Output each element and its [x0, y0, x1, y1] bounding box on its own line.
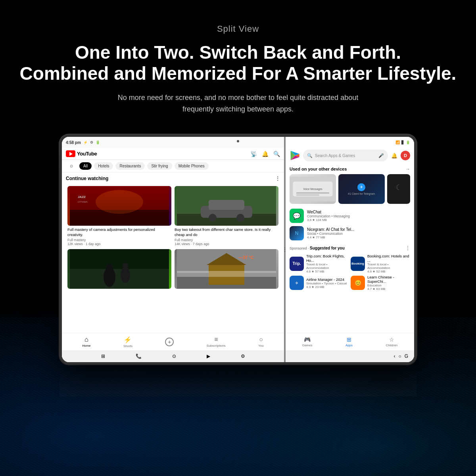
system-dock-left: ⊞ 📞 ⊙ ▶ ⚙ — [62, 350, 284, 362]
children-icon: ☆ — [389, 336, 394, 343]
ps-nav-apps[interactable]: ⊞ Apps — [345, 336, 353, 347]
jazz-thumbnail: JAZZ OTTAWA — [67, 186, 171, 226]
search-icon-ps: 🔍 — [307, 153, 313, 158]
svg-point-15 — [106, 264, 113, 270]
ps-nav-games[interactable]: 🎮 Games — [302, 336, 313, 347]
svg-rect-8 — [209, 200, 244, 210]
youtube-header: YouTube 📡 🔔 🔍 — [62, 148, 284, 160]
youtube-dock-icon[interactable]: ▶ — [207, 353, 210, 359]
yt-nav-shorts[interactable]: ⚡ Shorts — [123, 336, 132, 348]
microphone-icon[interactable]: 🎤 — [378, 153, 384, 158]
phone-icon[interactable]: 📞 — [136, 353, 142, 359]
notification-icon[interactable]: 🔔 — [391, 153, 397, 159]
telegram-banner[interactable]: ✈ #1 Client for Telegram — [338, 174, 385, 204]
google-icon[interactable]: G — [405, 353, 408, 359]
nicegram-icon: N — [290, 226, 304, 240]
extra-banner[interactable]: ☾ — [387, 174, 410, 204]
wechat-app-item[interactable]: 💬 WeChat Communication • Messaging 3.8 ★… — [290, 207, 410, 225]
nicegram-app-item[interactable]: N Nicegram: AI Chat for Tel... Social • … — [290, 225, 410, 242]
nicegram-category: Social • Communication — [307, 232, 410, 236]
yt-nav-subscriptions[interactable]: ≡ Subscriptions — [207, 336, 226, 347]
home-icon: ⌂ — [84, 336, 88, 343]
chinese-app-item[interactable]: 😊 Learn Chinese - SuperChi... Education … — [351, 275, 410, 291]
wifi-icon: 📶 — [395, 140, 400, 144]
header-section: Split View One Into Two. Switch Back and… — [0, 0, 476, 115]
search-icon[interactable]: 🔍 — [273, 151, 280, 157]
video-item-3[interactable] — [66, 248, 173, 292]
settings-icon-small: ⚙ — [90, 140, 93, 144]
nicegram-name: Nicegram: AI Chat for Tel... — [307, 227, 410, 232]
svg-rect-21 — [177, 271, 276, 277]
ps-nav-apps-label: Apps — [345, 344, 353, 347]
video-item-4[interactable]: —37 °C — [173, 248, 280, 292]
chinese-icon: 😊 — [351, 276, 365, 290]
video-thumbnail-2 — [175, 186, 278, 226]
chip-mobile-phones[interactable]: Mobile Phones — [175, 162, 209, 170]
notification-bell-icon[interactable]: 🔔 — [262, 151, 269, 157]
svg-point-14 — [121, 267, 130, 283]
back-icon[interactable]: ‹ — [393, 353, 395, 359]
yt-nav-you[interactable]: ○ You — [258, 336, 264, 347]
yt-nav-create[interactable]: + — [165, 338, 174, 346]
booking-app-item[interactable]: Booking Booking.com: Hotels and ... Trav… — [351, 254, 410, 273]
games-icon: 🎮 — [304, 336, 311, 343]
volume-up-button[interactable] — [416, 196, 416, 210]
ps-nav-children[interactable]: ☆ Children — [386, 336, 398, 347]
continue-watching-label: Continue watching — [66, 176, 108, 181]
video-views-2: 14K views · 7 days ago — [175, 242, 278, 246]
svg-text:OTTAWA: OTTAWA — [78, 201, 88, 203]
wechat-name: WeChat — [307, 210, 410, 214]
booking-rating: 4.6 ★ 52 MB — [367, 270, 410, 273]
bluetooth-icon: ⚡ — [83, 140, 88, 144]
chrome-icon[interactable]: ⊙ — [172, 353, 176, 359]
video-thumbnail-3 — [67, 249, 171, 289]
voice-messages-banner[interactable]: Voice Messages — [290, 174, 336, 204]
user-avatar[interactable]: D — [401, 151, 410, 160]
profile-icon: ○ — [259, 336, 263, 343]
svg-rect-30 — [296, 193, 329, 194]
suggested-more-icon[interactable]: ⋮ — [405, 245, 410, 251]
category-bar: ⊙ All Hotels Restaurants Stir frying Mob… — [62, 160, 284, 173]
youtube-bottom-nav: ⌂ Home ⚡ Shorts + ≡ Subscriptions — [62, 333, 284, 350]
trip-name: Trip.com: Book Flights, Ho... — [306, 254, 349, 263]
svg-rect-0 — [70, 186, 169, 226]
youtube-logo: YouTube — [66, 150, 97, 157]
volume-down-button[interactable] — [416, 214, 416, 228]
tablet-screen: 4:58 pm ⚡ ⚙ 🔋 YouTube 📡 🔔 — [62, 137, 414, 362]
communication-apps-list: 💬 WeChat Communication • Messaging 3.8 ★… — [286, 205, 414, 244]
chinese-category: Education — [367, 284, 410, 287]
video-item-1[interactable]: JAZZ OTTAWA Full mastery of camera adjus… — [66, 184, 173, 248]
headline-line1: One Into Two. Switch Back and Forth. — [75, 42, 401, 63]
filter-icon-chip[interactable]: ⊙ — [66, 162, 77, 170]
chip-stir-frying[interactable]: Stir frying — [147, 162, 172, 170]
suggested-apps-grid: Trip. Trip.com: Book Flights, Ho... Trav… — [286, 252, 414, 292]
trip-app-item[interactable]: Trip. Trip.com: Book Flights, Ho... Trav… — [290, 254, 349, 273]
yt-nav-home[interactable]: ⌂ Home — [82, 336, 90, 347]
subscriptions-icon: ≡ — [214, 336, 218, 343]
apps-grid-icon[interactable]: ⊞ — [101, 353, 105, 359]
chip-all[interactable]: All — [79, 162, 92, 170]
video-item-2[interactable]: Buy two takeout from different char same… — [173, 184, 280, 248]
settings-dock-icon[interactable]: ⚙ — [241, 353, 245, 359]
home-dock-icon[interactable]: ○ — [398, 353, 401, 359]
svg-text:JAZZ: JAZZ — [78, 195, 86, 199]
ps-nav-games-label: Games — [302, 344, 313, 347]
suggested-title: Suggested for you — [310, 246, 345, 250]
nicegram-rating: 4.4 ★ 77 MB — [307, 236, 410, 239]
airline-app-item[interactable]: ✈ Airline Manager - 2024 Simulation • Ty… — [290, 275, 349, 291]
youtube-header-icons: 📡 🔔 🔍 — [250, 151, 280, 157]
apps-icon: ⊞ — [347, 336, 351, 343]
playstore-search-bar[interactable]: 🔍 Search Apps & Games 🎤 — [303, 150, 388, 161]
chip-hotels[interactable]: Hotels — [94, 162, 113, 170]
youtube-logo-icon — [66, 150, 75, 157]
power-button[interactable] — [416, 169, 416, 188]
svg-point-10 — [236, 214, 244, 222]
section-arrow-icon[interactable]: → — [405, 166, 410, 172]
more-options-icon[interactable]: ⋮ — [275, 176, 280, 181]
chip-restaurants[interactable]: Restaurants — [115, 162, 145, 170]
svg-rect-1 — [70, 210, 169, 226]
trip-info: Trip.com: Book Flights, Ho... Travel & l… — [306, 254, 349, 273]
shorts-icon: ⚡ — [124, 336, 132, 344]
playstore-bottom-nav: 🎮 Games ⊞ Apps ☆ Children — [286, 333, 414, 350]
cast-icon[interactable]: 📡 — [250, 151, 257, 157]
